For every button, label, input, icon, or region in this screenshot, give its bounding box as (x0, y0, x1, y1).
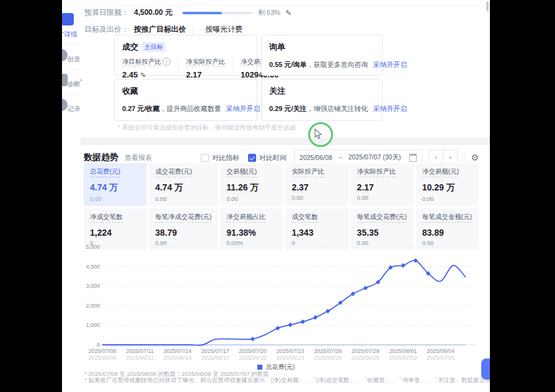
sidebar-item-label: 记录 (68, 105, 81, 114)
metric-tile-4[interactable]: 净实际投产比2.170.00 (351, 163, 414, 206)
compare-metric-checkbox-box[interactable] (201, 154, 209, 162)
goal-card-follow[interactable]: 关注 0.29 元/关注，增强店铺关注转化采纳并开启 (261, 79, 383, 121)
favorite-adopt-link[interactable]: 采纳并开启 (226, 105, 260, 112)
follow-price: 0.29 元/关注 (269, 105, 307, 112)
metric-tile-value: 1,224 (90, 228, 140, 238)
svg-text:2025/07/17: 2025/07/17 (201, 348, 229, 354)
goal-card-deal[interactable]: 成交 主目标 净目标投产比i2.45✎净实际投产比2.17净交易额(元)1029… (114, 35, 257, 76)
metric-tile-value: 2.37 (291, 182, 342, 192)
metric-tile-value: 83.89 (422, 228, 473, 238)
date-range-separator: ~ (339, 154, 342, 161)
compare-metric-checkbox[interactable]: 对比指标 (201, 153, 239, 163)
svg-text:0: 0 (97, 342, 100, 348)
favorite-desc: ，提升商品收藏数量 (160, 105, 221, 112)
tab-bid-by-goal[interactable]: 按推广目标出价 (134, 24, 186, 35)
inquiry-adopt-link[interactable]: 采纳并开启 (373, 61, 407, 68)
metric-tile-compare-value: 0.00 (357, 194, 407, 201)
svg-text:2025/06/11: 2025/06/11 (126, 355, 153, 361)
svg-text:2025/07/02: 2025/07/02 (389, 355, 417, 361)
metric-tile-label: 净交易额占比 (226, 213, 265, 223)
metric-tile-label: 每笔净成交花费(元) (155, 213, 211, 223)
svg-text:2025/08/01: 2025/08/01 (389, 348, 417, 354)
inquiry-desc: ，获取更多意向咨询 (307, 61, 368, 68)
goal-cards: 成交 主目标 净目标投产比i2.45✎净实际投产比2.17净交易额(元)1029… (114, 35, 383, 121)
follow-adopt-link[interactable]: 采纳并开启 (373, 105, 407, 112)
scrollbar-thumb[interactable] (486, 1, 489, 11)
svg-text:1,000: 1,000 (86, 322, 100, 328)
tab-bid-by-exposure[interactable]: 按曝光计费 (205, 24, 242, 35)
goal-card-inquiry[interactable]: 询单 0.55 元/询单，获取更多意向咨询采纳并开启 (261, 35, 383, 76)
metric-tiles: 总花费(元)4.74 万0.00成交花费(元)4.74 万0.00交易额(元)1… (84, 163, 479, 250)
metric-tile-label: 每笔成交金额(元) (422, 213, 473, 223)
info-icon[interactable]: i (162, 58, 171, 66)
metric-tile-compare-value: 0.00 (422, 195, 473, 202)
section-divider-band (81, 138, 490, 145)
sidebar-item-label: 创意 (68, 55, 81, 64)
edit-budget-icon[interactable]: ✎ (285, 9, 291, 17)
svg-text:2025/07/05: 2025/07/05 (427, 355, 455, 361)
edit-roi-icon[interactable]: ✎ (140, 71, 146, 79)
deal-metric: 净目标投产比i2.45✎ (122, 58, 178, 79)
sidebar-item-history-clock[interactable]: 记录 (62, 94, 81, 118)
legend-swatch-total-cost (257, 365, 262, 370)
metric-tile-compare-value: 0.00 (155, 195, 211, 202)
metric-tile-label: 每笔成交花费(元) (357, 213, 407, 223)
compare-time-checkbox[interactable]: 对比时间 (248, 153, 286, 163)
svg-text:2025/06/26: 2025/06/26 (314, 355, 342, 361)
sidebar-item-diagnosis[interactable]: 诊断 (62, 69, 81, 94)
deal-metric-value: 2.17 (186, 70, 225, 79)
sidebar-item-campaign-detail[interactable]: 广详情 (62, 9, 81, 45)
compare-time-label: 对比时间 (259, 153, 286, 163)
gear-icon[interactable]: ⚙ (471, 153, 479, 163)
chart-footnote-disclaimer: * 如果推广在暂停或删除前已经获得了曝光，那么在暂停或重建后展示「(净)交易额」… (84, 376, 490, 385)
calendar-icon (409, 154, 417, 162)
trend-chart-wrap: 01,0002,0003,0004,0005,0002025/07/082025… (84, 239, 479, 362)
date-range-start: 2025/06/08 (300, 154, 332, 161)
svg-text:2025/06/08: 2025/06/08 (88, 355, 116, 361)
svg-text:3,000: 3,000 (86, 283, 100, 289)
view-report-link[interactable]: 查看报表 (125, 153, 152, 163)
goal-card-favorite[interactable]: 收藏 0.27 元/收藏，提升商品收藏数量采纳并开启 (114, 79, 257, 121)
history-clock-icon (62, 99, 68, 111)
budget-progress-bar (182, 12, 252, 14)
diagnosis-icon (62, 74, 68, 86)
svg-text:2025/06/23: 2025/06/23 (277, 355, 304, 361)
favorite-price: 0.27 元/收藏 (122, 105, 160, 112)
metric-tile-label: 成交笔数 (291, 213, 317, 223)
metric-tile-value: 1,343 (291, 228, 342, 238)
sidebar-item-creative[interactable]: 创意 (62, 45, 81, 69)
mouse-cursor-icon (314, 128, 322, 140)
follow-desc: ，增强店铺关注转化 (307, 105, 368, 112)
metric-tile-2[interactable]: 交易额(元)11.26 万0.00 (220, 163, 283, 206)
metric-tile-label: 交易额(元) (226, 167, 257, 177)
metric-tile-value: 11.26 万 (226, 182, 277, 194)
metric-tile-1[interactable]: 成交花费(元)4.74 万0.00 (149, 163, 218, 206)
inquiry-card-title: 询单 (269, 42, 285, 53)
follow-card-title: 关注 (269, 86, 285, 97)
svg-text:2025/07/08: 2025/07/08 (88, 348, 116, 354)
floating-side-button[interactable] (481, 359, 490, 380)
metric-tile-value: 4.74 万 (90, 182, 140, 194)
metric-tile-value: 38.79 (155, 228, 211, 238)
svg-text:2025/07/26: 2025/07/26 (314, 348, 342, 354)
budget-value: 4,500.00 元 (134, 7, 172, 18)
compare-time-checkbox-box[interactable] (248, 154, 256, 162)
notification-dot (81, 79, 82, 82)
trend-chart[interactable]: 01,0002,0003,0004,0005,0002025/07/082025… (84, 239, 479, 362)
metric-tile-0[interactable]: 总花费(元)4.74 万0.00 (84, 163, 146, 206)
metric-tile-label: 总花费(元) (90, 167, 120, 177)
svg-text:2025/08/04: 2025/08/04 (427, 348, 455, 354)
main-panel: 广详情创意诊断记录 预算日限额： 4,500.00 元 剩 63% ✎ 目标及出… (62, 0, 490, 392)
deal-metric: 净实际投产比2.17 (178, 58, 233, 79)
sidebar-item-label: 广详情 (62, 30, 78, 39)
trend-title: 数据趋势 (84, 152, 118, 163)
svg-text:2025/07/11: 2025/07/11 (126, 348, 153, 354)
svg-text:2025/07/23: 2025/07/23 (277, 348, 304, 354)
metric-tile-label: 成交花费(元) (155, 167, 192, 177)
goal-cards-footnote: * 系统会尽可能达成你设置的目标，保持稳定投放有助于提升达成 (118, 123, 296, 132)
metric-tile-compare-value: 0.00 (291, 194, 342, 201)
metric-tile-5[interactable]: 净交易额(元)10.29 万0.00 (416, 163, 479, 206)
metric-tile-compare-value: 0.00 (90, 195, 140, 202)
metric-tile-3[interactable]: 实际投产比2.370.00 (285, 163, 348, 206)
deal-card-title: 成交 (122, 42, 138, 53)
